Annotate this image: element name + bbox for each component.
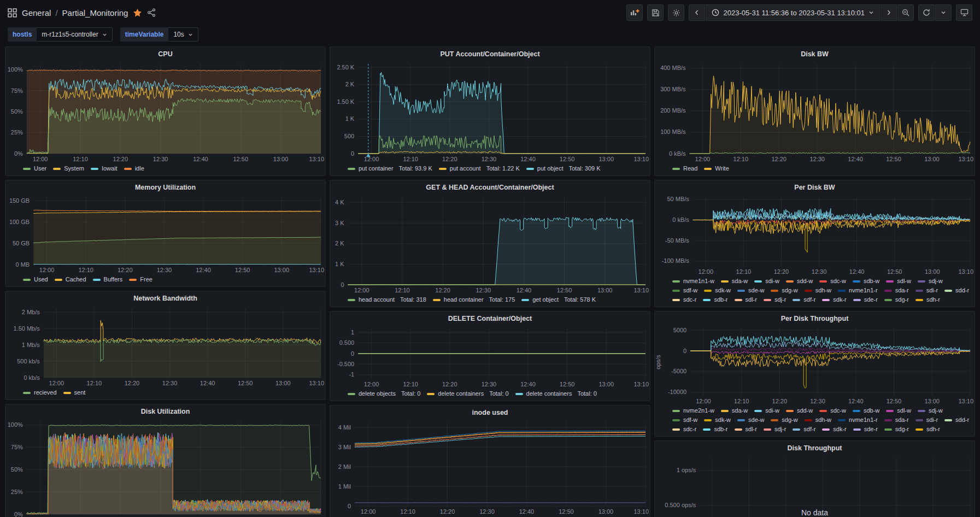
legend-item[interactable]: sdc-r <box>672 296 696 304</box>
legend-item[interactable]: sda-r <box>884 416 909 424</box>
chart-put[interactable]: 05001 K1.50 K2 K2.50 K12:0012:1012:2012:… <box>330 61 650 164</box>
legend-item[interactable]: sdj-w <box>918 277 943 285</box>
legend-item[interactable]: sdj-w <box>918 407 943 415</box>
panel-title-network[interactable]: Network Bandwidth <box>5 291 325 305</box>
legend-item[interactable]: sdd-w <box>786 277 813 285</box>
legend-item[interactable]: sda-r <box>884 286 909 295</box>
time-back-button[interactable] <box>689 4 705 21</box>
legend-item[interactable]: sdl-r <box>735 425 757 433</box>
time-range-picker[interactable]: 2023-05-31 11:56:36 to 2023-05-31 13:10:… <box>706 4 880 21</box>
legend-item[interactable]: get objectTotal: 578 K <box>521 296 596 304</box>
legend-item[interactable]: put objectTotal: 309 K <box>526 164 601 173</box>
legend-item[interactable]: sdf-w <box>672 416 697 424</box>
zoom-out-button[interactable] <box>897 4 914 21</box>
legend-item[interactable]: sdk-w <box>704 286 731 295</box>
legend-item[interactable]: sent <box>63 389 86 397</box>
share-icon[interactable] <box>147 8 156 17</box>
refresh-button[interactable] <box>918 4 935 21</box>
legend-item[interactable]: sdb-r <box>703 296 727 304</box>
legend-item[interactable]: nvme1n1-r <box>838 286 878 295</box>
time-forward-button[interactable] <box>881 4 897 21</box>
legend-item[interactable]: delete objectsTotal: 0 <box>348 390 420 398</box>
legend-item[interactable]: nvme1n1-r <box>838 416 878 424</box>
legend-item[interactable]: sdk-w <box>704 416 731 424</box>
legend-item[interactable]: Read <box>672 164 697 173</box>
panel-title-get-head[interactable]: GET & HEAD Account/Container/Object <box>330 180 650 194</box>
legend-item[interactable]: sde-r <box>853 425 878 433</box>
chart-delete[interactable]: -1-0.50000.500112:0012:1012:2012:3012:40… <box>330 325 650 389</box>
panel-title-per-disk-tp[interactable]: Per Disk Throughput <box>655 312 975 325</box>
legend-item[interactable]: put accountTotal: 1.22 K <box>439 164 520 173</box>
settings-gear-icon[interactable] <box>668 4 684 21</box>
legend-item[interactable]: sdb-r <box>703 425 727 433</box>
breadcrumb-section[interactable]: General <box>22 8 51 17</box>
apps-icon[interactable] <box>8 8 17 17</box>
chart-disk-tp[interactable]: 1 ops/s0.500 ops/s0 ops/s-0.50 ops/sNo d… <box>655 455 975 517</box>
legend-item[interactable]: sda-w <box>721 407 748 415</box>
legend-item[interactable]: put containerTotal: 93.9 K <box>348 164 432 173</box>
legend-item[interactable]: Iowait <box>91 164 118 173</box>
legend-item[interactable]: delete containersTotal: 0 <box>515 390 597 398</box>
legend-item[interactable]: sdg-w <box>771 416 797 424</box>
legend-item[interactable]: Free <box>129 275 152 284</box>
legend-item[interactable]: sdg-r <box>884 425 909 433</box>
legend-item[interactable]: nvme2n1-w <box>672 407 714 415</box>
legend-item[interactable]: sdk-r <box>822 296 846 304</box>
legend-item[interactable]: sdh-r <box>916 296 940 304</box>
legend-item[interactable]: sdc-r <box>672 425 696 433</box>
legend-item[interactable]: sdl-w <box>886 277 911 285</box>
variable-timevariable-value-dropdown[interactable]: 10s <box>168 27 198 42</box>
legend-item[interactable]: idle <box>124 164 144 173</box>
chart-per-disk-tp[interactable]: -10000-50000500012:0012:1012:2012:3012:4… <box>655 325 975 406</box>
chart-disk-util[interactable]: 0%25%50%75%100%12:0012:1012:2012:3012:40… <box>5 418 325 517</box>
legend-item[interactable]: sde-w <box>737 286 764 295</box>
chart-cpu[interactable]: 0%25%50%75%100%12:0012:1012:2012:3012:40… <box>5 61 325 164</box>
legend-item[interactable]: sdf-w <box>672 286 697 295</box>
legend-item[interactable]: sdl-w <box>886 407 911 415</box>
legend-item[interactable]: sdj-r <box>764 296 786 304</box>
legend-item[interactable]: head containerTotal: 175 <box>433 296 515 304</box>
panel-title-per-disk-bw[interactable]: Per Disk BW <box>655 180 975 194</box>
panel-title-memory[interactable]: Memory Utilization <box>5 180 325 194</box>
breadcrumb-page[interactable]: Partial_Monitoring <box>62 8 128 17</box>
legend-item[interactable]: sdg-w <box>771 286 797 295</box>
panel-title-disk-tp[interactable]: Disk Throughput <box>655 441 975 455</box>
panel-title-cpu[interactable]: CPU <box>5 47 325 61</box>
panel-title-disk-bw[interactable]: Disk BW <box>655 47 975 61</box>
legend-item[interactable]: sdj-r <box>764 425 786 433</box>
legend-item[interactable]: sdh-w <box>805 286 831 295</box>
add-panel-button[interactable] <box>626 4 643 21</box>
legend-item[interactable]: sdl-r <box>735 296 757 304</box>
legend-item[interactable]: sdi-w <box>754 277 779 285</box>
legend-item[interactable]: Buffers <box>93 275 123 284</box>
legend-item[interactable]: System <box>53 164 84 173</box>
panel-title-inode[interactable]: inode used <box>330 406 650 419</box>
legend-item[interactable]: sdi-r <box>916 286 938 295</box>
legend-item[interactable]: sdi-r <box>916 416 938 424</box>
legend-item[interactable]: sdc-w <box>819 407 846 415</box>
legend-item[interactable]: sdc-w <box>819 277 846 285</box>
legend-item[interactable]: sdd-w <box>786 407 813 415</box>
chart-memory[interactable]: 0 MB50 GB100 GB150 GB12:0012:1012:2012:3… <box>5 194 325 275</box>
chart-inode[interactable]: 01 Mil2 Mil3 Mil4 Mil12:0012:1012:2012:3… <box>330 419 650 516</box>
panel-title-delete[interactable]: DELETE Container/Object <box>330 312 650 325</box>
legend-item[interactable]: sde-r <box>853 296 878 304</box>
legend-item[interactable]: delete containersTotal: 0 <box>427 390 508 398</box>
legend-item[interactable]: sdg-r <box>884 296 909 304</box>
panel-title-put[interactable]: PUT Account/Container/Object <box>330 47 650 61</box>
legend-item[interactable]: nvme1n1-w <box>672 277 714 285</box>
variable-hostls-value-dropdown[interactable]: m-r1z1s5-controller <box>37 27 112 42</box>
refresh-interval-dropdown[interactable] <box>935 4 952 21</box>
chart-get-head[interactable]: 01 K2 K3 K4 K12:0012:1012:2012:3012:4012… <box>330 194 650 295</box>
legend-item[interactable]: sdh-r <box>916 425 940 433</box>
kiosk-mode-icon[interactable] <box>956 4 972 21</box>
legend-item[interactable]: sdh-w <box>805 416 831 424</box>
legend-item[interactable]: Used <box>23 275 48 284</box>
panel-title-disk-util[interactable]: Disk Utilization <box>5 404 325 418</box>
chart-network[interactable]: 0 kb/s500 kb/s1 Mb/s1.50 Mb/s2 Mb/s12:00… <box>5 305 325 388</box>
legend-item[interactable]: sdf-r <box>793 425 815 433</box>
save-icon[interactable] <box>647 4 664 21</box>
legend-item[interactable]: sdb-w <box>853 277 879 285</box>
legend-item[interactable]: sda-w <box>721 277 748 285</box>
legend-item[interactable]: sdi-w <box>754 407 779 415</box>
